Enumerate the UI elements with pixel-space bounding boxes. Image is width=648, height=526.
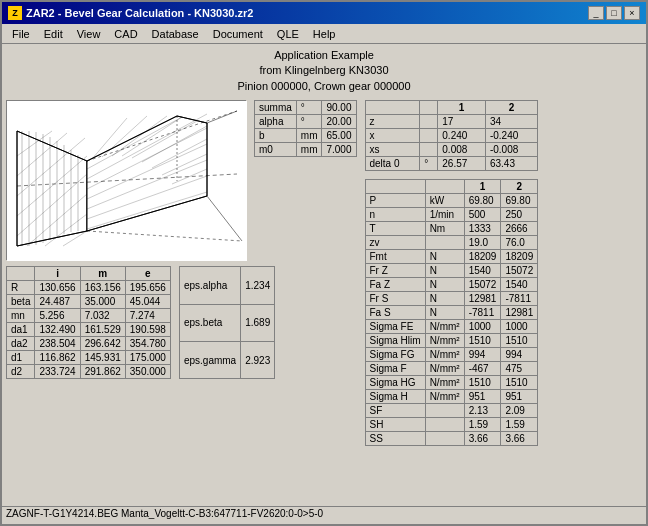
bl-e: 175.000	[125, 351, 170, 365]
main-v2: 76.0	[501, 236, 538, 250]
bl-label: mn	[7, 309, 35, 323]
main-v2: 475	[501, 362, 538, 376]
bl-i: 5.256	[35, 309, 80, 323]
table-row: T Nm 1333 2666	[365, 222, 538, 236]
main-v2: 15072	[501, 264, 538, 278]
main-label: P	[365, 194, 425, 208]
eps-table: eps.alpha 1.234 eps.beta 1.689 eps.gamma…	[179, 266, 275, 379]
main-label: Fmt	[365, 250, 425, 264]
main-unit	[425, 236, 464, 250]
main-unit: N/mm²	[425, 362, 464, 376]
bl-m: 291.862	[80, 365, 125, 379]
table-row: Sigma Hlim N/mm² 1510 1510	[365, 334, 538, 348]
col-header-i: i	[35, 267, 80, 281]
main-unit: N/mm²	[425, 376, 464, 390]
bl-label: R	[7, 281, 35, 295]
table-row: Sigma HG N/mm² 1510 1510	[365, 376, 538, 390]
table-row: mn 5.256 7.032 7.274	[7, 309, 171, 323]
main-label: Fa Z	[365, 278, 425, 292]
z-header-label	[365, 101, 420, 115]
main-label: Fa S	[365, 306, 425, 320]
table-row: zv 19.0 76.0	[365, 236, 538, 250]
bl-m: 163.156	[80, 281, 125, 295]
table-row: summa ° 90.00	[255, 101, 357, 115]
main-label: Fr Z	[365, 264, 425, 278]
z-unit	[420, 129, 438, 143]
main-label: SS	[365, 432, 425, 446]
menu-cad[interactable]: CAD	[108, 27, 143, 41]
main-v1: 1000	[464, 320, 501, 334]
param-unit: mm	[296, 129, 322, 143]
z-v1: 0.240	[438, 129, 486, 143]
main-v1: 15072	[464, 278, 501, 292]
menu-qle[interactable]: QLE	[271, 27, 305, 41]
eps-label: eps.gamma	[179, 341, 240, 378]
z-v1: 0.008	[438, 143, 486, 157]
table-row: delta 0 ° 26.57 63.43	[365, 157, 538, 171]
z-table: 1 2 z 17 34 x 0.240 -0.240 xs 0.008 -0.0…	[365, 100, 539, 171]
main-label: SF	[365, 404, 425, 418]
main-v2: 2666	[501, 222, 538, 236]
maximize-button[interactable]: □	[606, 6, 622, 20]
menu-document[interactable]: Document	[207, 27, 269, 41]
table-row: alpha ° 20.00	[255, 115, 357, 129]
z-v1: 17	[438, 115, 486, 129]
window-title: ZAR2 - Bevel Gear Calculation - KN3030.z…	[26, 7, 253, 19]
bl-m: 35.000	[80, 295, 125, 309]
menu-database[interactable]: Database	[146, 27, 205, 41]
main-unit: N/mm²	[425, 390, 464, 404]
main-label: Sigma FG	[365, 348, 425, 362]
param-unit: mm	[296, 143, 322, 157]
bl-label: beta	[7, 295, 35, 309]
main-unit: N	[425, 264, 464, 278]
menu-help[interactable]: Help	[307, 27, 342, 41]
z-v2: 34	[485, 115, 537, 129]
main-content: Application Example from Klingelnberg KN…	[2, 44, 646, 506]
app-title-line2: from Klingelnberg KN3030	[6, 63, 642, 78]
status-bar: ZAGNF-T-G1Y4214.BEG Manta_Vogeltt-C-B3:6…	[2, 506, 646, 524]
eps-label: eps.alpha	[179, 267, 240, 304]
menu-view[interactable]: View	[71, 27, 107, 41]
main-v1: 1510	[464, 334, 501, 348]
main-v1: 1510	[464, 376, 501, 390]
table-row: eps.beta 1.689	[179, 304, 274, 341]
close-button[interactable]: ×	[624, 6, 640, 20]
bl-m: 145.931	[80, 351, 125, 365]
param-label: alpha	[255, 115, 297, 129]
bottom-left-table: i m e R 130.656 163.156 195.656 beta 24.…	[6, 266, 171, 379]
main-v1: 1540	[464, 264, 501, 278]
app-title-line1: Application Example	[6, 48, 642, 63]
z-label: z	[365, 115, 420, 129]
main-v2: 994	[501, 348, 538, 362]
main-v2: 2.09	[501, 404, 538, 418]
table-row: d2 233.724 291.862 350.000	[7, 365, 171, 379]
table-row: Fr S N 12981 -7811	[365, 292, 538, 306]
bl-e: 195.656	[125, 281, 170, 295]
main-label: Fr S	[365, 292, 425, 306]
main-label: Sigma H	[365, 390, 425, 404]
bl-m: 7.032	[80, 309, 125, 323]
table-row: Fa S N -7811 12981	[365, 306, 538, 320]
param-unit: °	[296, 115, 322, 129]
bl-i: 130.656	[35, 281, 80, 295]
minimize-button[interactable]: _	[588, 6, 604, 20]
z-header-unit	[420, 101, 438, 115]
z-header-2: 2	[485, 101, 537, 115]
bl-label: d1	[7, 351, 35, 365]
table-row: b mm 65.00	[255, 129, 357, 143]
z-v2: 63.43	[485, 157, 537, 171]
table-row: eps.gamma 2.923	[179, 341, 274, 378]
main-label: zv	[365, 236, 425, 250]
main-v1: 3.66	[464, 432, 501, 446]
table-row: xs 0.008 -0.008	[365, 143, 538, 157]
param-unit: °	[296, 101, 322, 115]
main-v2: 250	[501, 208, 538, 222]
main-v1: 69.80	[464, 194, 501, 208]
main-v1: 951	[464, 390, 501, 404]
menu-file[interactable]: File	[6, 27, 36, 41]
main-v1: -7811	[464, 306, 501, 320]
table-row: eps.alpha 1.234	[179, 267, 274, 304]
main-header-1: 1	[464, 180, 501, 194]
z-v1: 26.57	[438, 157, 486, 171]
menu-edit[interactable]: Edit	[38, 27, 69, 41]
